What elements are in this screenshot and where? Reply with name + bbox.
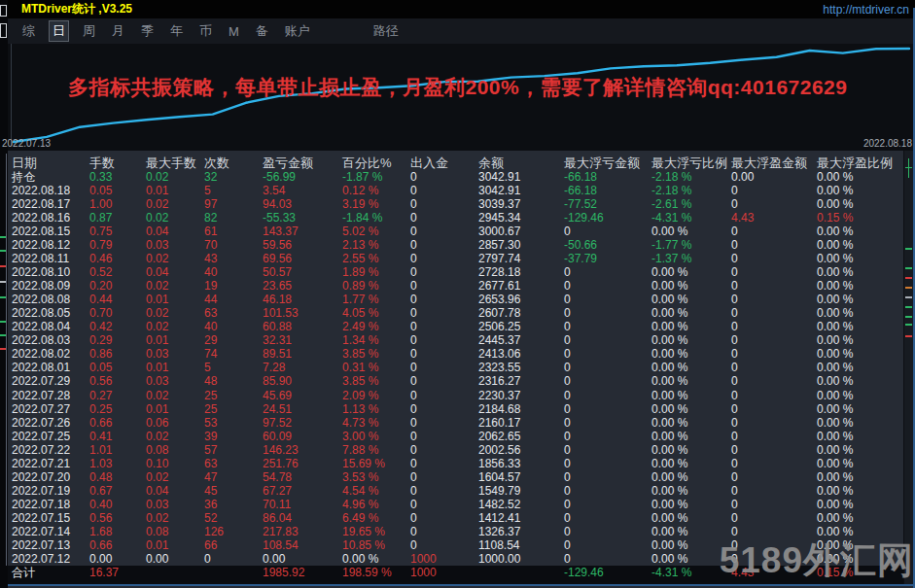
cell-pct: 4.05 %: [342, 306, 378, 320]
table-row[interactable]: 2022.08.090.200.021923.650.89 %02677.610…: [8, 279, 915, 293]
table-row[interactable]: 持仓0.330.0232-56.99-1.87 %03042.91-66.18-…: [8, 170, 915, 184]
cell-in_out: 0: [410, 361, 417, 374]
cell-balance: 3000.67: [478, 225, 520, 238]
cell-max_float_loss: 0: [564, 293, 571, 306]
cell-balance: 1856.33: [478, 457, 520, 470]
cell-max_float_profit: 0: [731, 197, 738, 211]
cell-count: 61: [204, 225, 217, 238]
cell-max_float_loss: 0: [564, 498, 571, 511]
cell-max_float_loss_pct: -4.31 %: [651, 211, 691, 225]
menu-item-M[interactable]: M: [226, 23, 242, 40]
cell-max_lots: 0.03: [146, 347, 168, 361]
table-row[interactable]: 2022.08.100.520.044050.571.89 %02728.180…: [8, 265, 915, 279]
table-row[interactable]: 2022.08.080.440.014446.181.77 %02653.960…: [8, 293, 915, 306]
table-row[interactable]: 2022.08.050.700.0263101.534.05 %02607.78…: [8, 306, 915, 320]
cell-max_float_profit: 0: [731, 320, 738, 333]
cell-max_float_profit: 0: [731, 238, 738, 252]
title-bar[interactable]: MTDriver统计 ,V3.25 http://mtdriver.cn: [8, 0, 915, 18]
cell-max_float_loss: 0: [564, 538, 571, 552]
cell-max_lots: 最大手数: [146, 156, 196, 170]
menu-item-备[interactable]: 备: [253, 21, 271, 41]
cell-lots: 0.05: [89, 361, 112, 374]
cell-lots: 0.40: [89, 498, 112, 511]
cell-pct: 3.85 %: [342, 374, 378, 388]
cell-pct: 4.73 %: [342, 416, 378, 430]
table-row[interactable]: 2022.08.040.420.024060.882.49 %02506.250…: [8, 320, 915, 333]
cell-balance: 2728.18: [478, 265, 520, 279]
cell-max_float_profit: 0: [731, 184, 738, 197]
cell-max_float_profit_pct: 0.00 %: [817, 197, 853, 211]
cell-date: 2022.07.20: [12, 470, 70, 484]
table-row[interactable]: 2022.08.110.460.024369.562.55 %02797.74-…: [8, 252, 915, 265]
cell-in_out: 0: [410, 279, 417, 293]
equity-chart: 多指标共振策略，每单带止损止盈，月盈利200%，需要了解详情咨询qq:40167…: [8, 44, 915, 152]
cell-max_lots: 0.01: [146, 293, 168, 306]
cell-max_float_profit_pct: 0.00 %: [817, 498, 853, 511]
table-row[interactable]: 2022.08.120.790.037059.562.13 %02857.30-…: [8, 238, 915, 252]
cell-max_float_loss_pct: 0.00 %: [651, 498, 687, 511]
table-row[interactable]: 2022.07.250.410.023960.093.00 %02062.650…: [8, 430, 915, 443]
cell-count: 44: [204, 293, 217, 306]
menu-item-周[interactable]: 周: [80, 21, 98, 41]
cell-count: 次数: [204, 156, 229, 170]
cell-balance: 3042.91: [478, 184, 520, 197]
menu-item-综[interactable]: 综: [19, 21, 38, 41]
table-row[interactable]: 2022.07.211.030.1063251.7615.69 %01856.3…: [8, 457, 915, 470]
table-row[interactable]: 2022.07.150.560.025286.046.49 %01412.410…: [8, 511, 915, 525]
cell-count: 53: [204, 416, 217, 430]
table-row[interactable]: 2022.07.200.480.024754.783.53 %01604.570…: [8, 470, 915, 484]
menu-item-年[interactable]: 年: [167, 21, 186, 41]
cell-max_lots: 0.00: [146, 552, 168, 566]
cell-balance: 1326.37: [478, 525, 520, 538]
table-row[interactable]: 2022.08.020.860.037489.513.85 %02413.060…: [8, 347, 915, 361]
menu-item-月[interactable]: 月: [109, 21, 127, 41]
table-row[interactable]: 2022.07.260.660.065397.524.73 %02160.170…: [8, 416, 915, 430]
table-row[interactable]: 2022.08.150.750.0461143.375.02 %03000.67…: [8, 225, 915, 238]
cell-max_float_profit_pct: 0.00 %: [817, 293, 853, 306]
cell-max_float_loss_pct: 0.00 %: [651, 265, 687, 279]
table-row[interactable]: 2022.07.290.560.034885.903.85 %02316.270…: [8, 374, 915, 388]
cell-max_lots: 0.03: [146, 238, 168, 252]
table-row[interactable]: 2022.08.030.290.012932.311.34 %02445.370…: [8, 333, 915, 347]
cell-max_float_profit: 0: [731, 484, 738, 498]
cell-pl: 108.54: [263, 538, 299, 552]
site-link[interactable]: http://mtdriver.cn: [823, 3, 909, 17]
cell-lots: 0.66: [89, 416, 112, 430]
table-row[interactable]: 2022.08.171.000.029794.033.19 %03039.37-…: [8, 197, 915, 211]
table-row[interactable]: 2022.07.280.270.022545.692.09 %02230.370…: [8, 389, 915, 402]
cell-max_float_profit: 0: [731, 265, 738, 279]
cell-balance: 2323.55: [478, 361, 520, 374]
cell-lots: 0.41: [89, 430, 112, 443]
table-row[interactable]: 2022.07.270.250.012524.511.13 %02184.680…: [8, 402, 915, 416]
edge-mark-icon: [0, 23, 7, 38]
cell-lots: 0.86: [89, 347, 112, 361]
cell-max_lots: 0.02: [146, 306, 168, 320]
cell-pct: 3.00 %: [342, 430, 378, 443]
table-row[interactable]: 2022.07.190.670.044567.274.54 %01549.790…: [8, 484, 915, 498]
menu-item-日[interactable]: 日: [49, 20, 69, 42]
cell-max_lots: 0.03: [146, 374, 168, 388]
cell-balance: 3039.37: [478, 197, 520, 211]
menu-item-账户[interactable]: 账户: [282, 21, 313, 41]
window-title: MTDriver统计 ,V3.25: [21, 1, 132, 17]
cell-date: 2022.07.14: [12, 525, 70, 538]
menu-item-币[interactable]: 币: [196, 21, 215, 41]
table-row[interactable]: 2022.07.180.400.033670.114.96 %01482.520…: [8, 498, 915, 511]
cell-in_out: 0: [410, 538, 417, 552]
cell-max_float_loss: 0: [564, 333, 571, 347]
cell-max_float_loss_pct: 0.00 %: [651, 306, 687, 320]
cell-lots: 0.56: [89, 511, 112, 525]
table-row[interactable]: 2022.08.160.870.0282-55.33-1.84 %02945.3…: [8, 211, 915, 225]
table-row[interactable]: 2022.08.010.050.0157.280.31 %02323.5500.…: [8, 361, 915, 374]
cell-count: 36: [204, 498, 217, 511]
cell-pl: 50.57: [263, 265, 292, 279]
menu-item-季[interactable]: 季: [138, 21, 157, 41]
cell-pl: 89.51: [263, 347, 292, 361]
table-row[interactable]: 2022.08.180.050.0153.540.12 %03042.91-66…: [8, 184, 915, 197]
cell-max_float_profit: 0: [731, 279, 738, 293]
crosshair-icon: [908, 158, 909, 178]
cell-count: 19: [204, 279, 217, 293]
table-row[interactable]: 2022.07.221.010.0857146.237.88 %02002.56…: [8, 443, 915, 457]
watermark: 5189外汇网: [720, 536, 914, 585]
menu-item-path[interactable]: 路径: [373, 22, 399, 40]
